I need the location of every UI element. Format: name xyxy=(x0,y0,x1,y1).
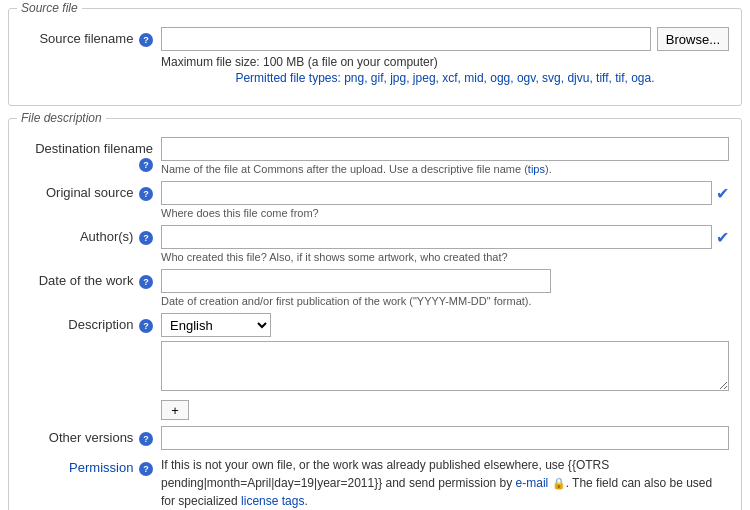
source-filename-control: Browse... Maximum file size: 100 MB (a f… xyxy=(161,27,729,85)
original-source-help-icon[interactable]: ? xyxy=(139,187,153,201)
permission-label: Permission ? xyxy=(21,456,161,476)
permission-row: Permission ? If this is not your own fil… xyxy=(21,456,729,510)
other-versions-input[interactable] xyxy=(161,426,729,450)
source-file-legend: Source file xyxy=(17,1,82,15)
lock-icon: 🔒 xyxy=(552,477,566,489)
original-source-hint: Where does this file come from? xyxy=(161,207,729,219)
date-row: Date of the work ? Date of creation and/… xyxy=(21,269,729,307)
original-source-input[interactable] xyxy=(161,181,712,205)
description-content: English + xyxy=(161,313,729,420)
destination-filename-control: Name of the file at Commons after the up… xyxy=(161,137,729,175)
destination-filename-label: Destination filename ? xyxy=(21,137,161,172)
authors-help-icon[interactable]: ? xyxy=(139,231,153,245)
tips-link[interactable]: tips xyxy=(528,163,545,175)
lang-select-wrap: English xyxy=(161,313,729,337)
original-source-row: Original source ? ✔ Where does this file… xyxy=(21,181,729,219)
date-label: Date of the work ? xyxy=(21,269,161,289)
file-description-section: File description Destination filename ? … xyxy=(8,118,742,510)
date-help-icon[interactable]: ? xyxy=(139,275,153,289)
destination-filename-row: Destination filename ? Name of the file … xyxy=(21,137,729,175)
source-filename-row: Source filename ? Browse... Maximum file… xyxy=(21,27,729,85)
authors-hint: Who created this file? Also, if it shows… xyxy=(161,251,729,263)
max-size-text: Maximum file size: 100 MB (a file on you… xyxy=(161,55,729,69)
desc-buttons-row: + xyxy=(161,396,729,420)
source-file-section: Source file Source filename ? Browse... … xyxy=(8,8,742,106)
permission-text: If this is not your own file, or the wor… xyxy=(161,456,729,510)
description-row: Description ? English + xyxy=(21,313,729,420)
permitted-types-text: Permitted file types: png, gif, jpg, jpe… xyxy=(161,71,729,85)
source-filename-input[interactable] xyxy=(161,27,651,51)
other-versions-label: Other versions ? xyxy=(21,426,161,446)
permission-help-icon[interactable]: ? xyxy=(139,462,153,476)
original-source-checkmark: ✔ xyxy=(716,184,729,203)
license-tags-link[interactable]: license tags xyxy=(241,494,304,508)
date-hint: Date of creation and/or first publicatio… xyxy=(161,295,729,307)
authors-row: Author(s) ? ✔ Who created this file? Als… xyxy=(21,225,729,263)
add-language-button[interactable]: + xyxy=(161,400,189,420)
other-versions-row: Other versions ? xyxy=(21,426,729,450)
destination-filename-input[interactable] xyxy=(161,137,729,161)
authors-checkmark: ✔ xyxy=(716,228,729,247)
other-versions-help-icon[interactable]: ? xyxy=(139,432,153,446)
browse-button[interactable]: Browse... xyxy=(657,27,729,51)
permission-control: If this is not your own file, or the wor… xyxy=(161,456,729,510)
permission-link-label[interactable]: Permission xyxy=(69,460,133,475)
language-select[interactable]: English xyxy=(161,313,271,337)
original-source-control: ✔ Where does this file come from? xyxy=(161,181,729,219)
original-source-label: Original source ? xyxy=(21,181,161,201)
authors-control: ✔ Who created this file? Also, if it sho… xyxy=(161,225,729,263)
description-textarea[interactable] xyxy=(161,341,729,391)
source-filename-help-icon[interactable]: ? xyxy=(139,33,153,47)
destination-filename-help-icon[interactable]: ? xyxy=(139,158,153,172)
date-input[interactable] xyxy=(161,269,551,293)
destination-filename-hint: Name of the file at Commons after the up… xyxy=(161,163,729,175)
authors-label: Author(s) ? xyxy=(21,225,161,245)
authors-input[interactable] xyxy=(161,225,712,249)
file-description-legend: File description xyxy=(17,111,106,125)
email-link[interactable]: e-mail xyxy=(516,476,549,490)
date-control: Date of creation and/or first publicatio… xyxy=(161,269,729,307)
other-versions-control xyxy=(161,426,729,450)
description-label: Description ? xyxy=(21,313,161,333)
description-help-icon[interactable]: ? xyxy=(139,319,153,333)
source-filename-label: Source filename ? xyxy=(21,27,161,47)
